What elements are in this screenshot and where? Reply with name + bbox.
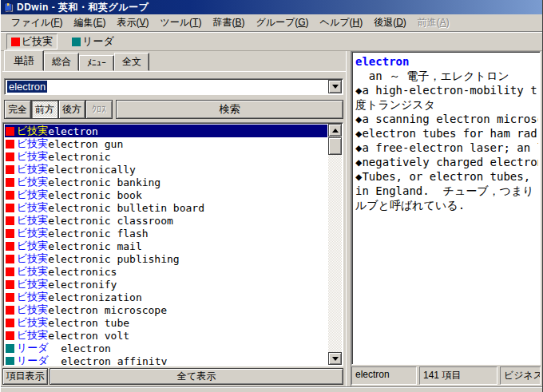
scroll-down-button[interactable] <box>328 352 342 365</box>
status-current-word: electron <box>351 366 417 385</box>
show-all-button[interactable]: 全て表示 <box>50 368 343 385</box>
result-dictionary-label: ビ技実 <box>17 125 48 137</box>
result-row[interactable]: リーダ electron <box>5 342 327 354</box>
dictionary-color-square <box>6 178 14 187</box>
result-row[interactable]: ビ技実 electronics <box>5 265 327 278</box>
result-dictionary-label: ビ技実 <box>17 227 48 240</box>
arrow-down-icon <box>332 357 339 361</box>
dictionary-toggle-button[interactable]: リーダ <box>67 34 119 49</box>
dictionary-color-square <box>6 293 14 302</box>
definition-line: ルブと呼ばれている. <box>355 198 538 212</box>
result-word: electronics <box>48 266 117 278</box>
status-dictionary-name: ビジネス技 <box>500 366 541 385</box>
result-word: electronic banking <box>48 176 161 188</box>
title-bar[interactable]: DDwin - 英和・和英グループ <box>1 0 542 14</box>
result-dictionary-label: ビ技実 <box>17 291 48 303</box>
result-word: electronic book <box>48 189 141 201</box>
search-mode-button[interactable]: 前方 <box>31 100 58 119</box>
result-dictionary-label: ビ技実 <box>17 188 48 201</box>
definition-pane: electron an ～ 電子，エレクトロン◆a high-electron-… <box>351 51 541 365</box>
result-row[interactable]: リーダ electron affinity <box>5 354 327 365</box>
dictionary-label: リーダ <box>82 34 114 49</box>
dictionary-color-square <box>6 344 14 353</box>
mode-buttons: 完全前方後方ｸﾛｽ <box>4 100 113 119</box>
menu-item[interactable]: ファイル(F) <box>6 14 68 31</box>
ddwin-window: DDwin - 英和・和英グループ ファイル(F)編集(E)表示(V)ツール(T… <box>0 0 543 392</box>
result-dictionary-label: ビ技実 <box>17 329 48 342</box>
dictionary-color-square <box>11 38 20 46</box>
definition-line: ◆electron tubes for ham rad <box>355 126 538 141</box>
definition-line: ◆Tubes, or electron tubes, <box>355 169 538 184</box>
result-dictionary-label: ビ技実 <box>17 240 48 252</box>
dictionary-toggle-button[interactable]: ビ技実 <box>6 34 57 49</box>
main-area: 単語総合ﾒﾆｭｰ全文 electron 完全前方後方ｸﾛｽ 検索 ビ技実 ele… <box>1 51 542 386</box>
search-combobox[interactable]: electron <box>4 78 343 95</box>
menu-item[interactable]: 表示(V) <box>111 14 154 31</box>
result-row[interactable]: ビ技実 electronic mail <box>5 240 327 252</box>
search-mode-button[interactable]: 完全 <box>4 100 31 119</box>
result-row[interactable]: ビ技実 electron microscope <box>5 303 327 316</box>
app-book-icon <box>2 2 14 14</box>
menu-item[interactable]: 編集(E) <box>68 14 111 31</box>
search-mode-button[interactable]: 後方 <box>58 100 85 119</box>
dictionary-color-square <box>6 267 14 276</box>
result-word: electron volt <box>48 330 129 342</box>
search-tab[interactable]: 単語 <box>4 50 44 71</box>
result-word: electronic bulletin board <box>48 202 204 214</box>
result-dictionary-label: ビ技実 <box>17 316 48 329</box>
result-word: electronic classroom <box>48 215 173 227</box>
search-tab[interactable]: 総合 <box>44 53 79 71</box>
result-row[interactable]: ビ技実 electronic classroom <box>5 214 327 227</box>
definition-line: in England. チューブ，つまり <box>355 184 538 198</box>
result-row[interactable]: ビ技実 electron tube <box>5 316 327 329</box>
arrow-up-icon <box>332 129 339 133</box>
result-row[interactable]: ビ技実 electronic bulletin board <box>5 201 327 214</box>
result-row[interactable]: ビ技実 electronically <box>5 163 327 176</box>
menu-bar: ファイル(F)編集(E)表示(V)ツール(T)辞書(B)グループ(G)ヘルプ(H… <box>1 14 542 32</box>
result-word: electron microscope <box>48 304 167 316</box>
search-mode-button[interactable]: ｸﾛｽ <box>85 100 113 119</box>
definition-line: ◆negatively charged electron <box>355 155 538 169</box>
list-scrollbar[interactable] <box>328 124 342 365</box>
search-button[interactable]: 検索 <box>116 100 343 119</box>
scroll-thumb[interactable] <box>328 137 342 155</box>
result-dictionary-label: ビ技実 <box>17 265 48 278</box>
chevron-down-icon <box>332 85 339 89</box>
result-row[interactable]: ビ技実 electronify <box>5 278 327 291</box>
result-row[interactable]: ビ技実 electron volt <box>5 329 327 342</box>
result-dictionary-label: リーダ <box>17 342 49 354</box>
definition-line: ◆a high-electron-mobility t <box>355 83 538 97</box>
result-word: electron gun <box>48 138 123 150</box>
result-row[interactable]: ビ技実 electronic <box>5 150 327 163</box>
pane-splitter[interactable] <box>346 51 351 386</box>
menu-item[interactable]: ヘルプ(H) <box>315 14 369 31</box>
result-row[interactable]: ビ技実 electron <box>5 125 327 137</box>
dictionary-color-square <box>6 306 14 315</box>
result-word: electron affinity <box>49 355 168 366</box>
tab-baseline <box>2 71 346 72</box>
definition-line: ◆a scanning electron microsc <box>355 112 538 126</box>
menu-item[interactable]: ツール(T) <box>155 14 208 31</box>
menu-item[interactable]: 前進(A) <box>412 14 455 31</box>
result-row[interactable]: ビ技実 electronization <box>5 291 327 303</box>
search-tab[interactable]: 全文 <box>114 53 149 71</box>
menu-item[interactable]: グループ(G) <box>250 14 314 31</box>
menu-item[interactable]: 後退(D) <box>368 14 412 31</box>
scroll-up-button[interactable] <box>328 124 342 137</box>
search-tab[interactable]: ﾒﾆｭｰ <box>79 55 114 71</box>
dictionary-color-square <box>6 165 14 174</box>
list-footer: 項目表示 全て表示 <box>2 368 343 385</box>
item-display-button[interactable]: 項目表示 <box>2 368 48 385</box>
result-row[interactable]: ビ技実 electronic flash <box>5 227 327 240</box>
menu-item[interactable]: 辞書(B) <box>207 14 250 31</box>
results-list: ビ技実 electron ビ技実 electron gun ビ技実 electr… <box>2 122 343 366</box>
result-row[interactable]: ビ技実 electronic book <box>5 188 327 201</box>
result-row[interactable]: ビ技実 electron gun <box>5 137 327 150</box>
window-title: DDwin - 英和・和英グループ <box>17 1 149 14</box>
combo-dropdown-button[interactable] <box>328 80 342 93</box>
result-row[interactable]: ビ技実 electronic banking <box>5 176 327 188</box>
search-input[interactable]: electron <box>7 81 47 93</box>
dictionary-color-square <box>6 216 14 225</box>
result-dictionary-label: ビ技実 <box>17 252 48 265</box>
result-row[interactable]: ビ技実 electronic publishing <box>5 252 327 265</box>
